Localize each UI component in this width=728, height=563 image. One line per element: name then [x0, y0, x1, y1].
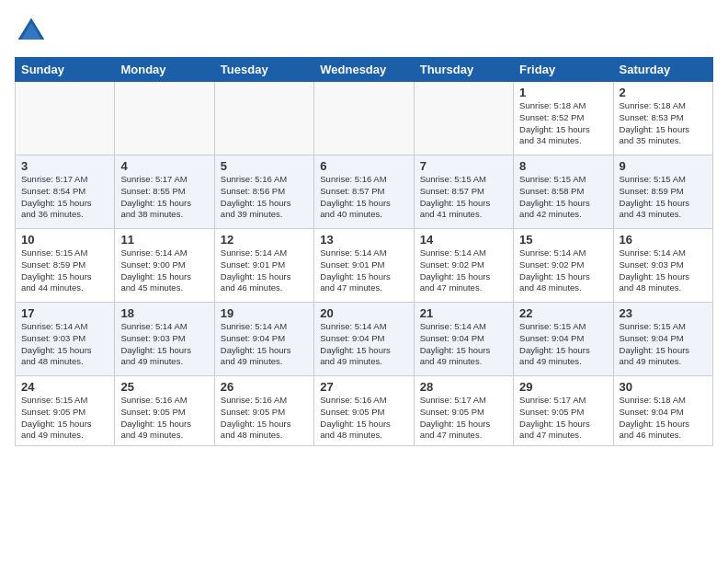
day-info: Sunrise: 5:15 AMSunset: 8:59 PMDaylight:… — [21, 247, 108, 294]
calendar-header-row: SundayMondayTuesdayWednesdayThursdayFrid… — [16, 58, 713, 82]
day-info: Sunrise: 5:16 AMSunset: 8:56 PMDaylight:… — [221, 174, 308, 221]
calendar-week-row: 10Sunrise: 5:15 AMSunset: 8:59 PMDayligh… — [16, 229, 713, 303]
day-number: 30 — [620, 380, 707, 394]
calendar-cell: 28Sunrise: 5:17 AMSunset: 9:05 PMDayligh… — [414, 376, 513, 446]
day-info: Sunrise: 5:18 AMSunset: 8:53 PMDaylight:… — [620, 100, 707, 147]
calendar-cell: 19Sunrise: 5:14 AMSunset: 9:04 PMDayligh… — [214, 303, 313, 376]
calendar-cell: 11Sunrise: 5:14 AMSunset: 9:00 PMDayligh… — [115, 229, 214, 303]
day-number: 20 — [320, 306, 407, 320]
day-number: 10 — [21, 233, 108, 247]
page-header — [15, 15, 713, 48]
day-info: Sunrise: 5:14 AMSunset: 9:02 PMDaylight:… — [420, 247, 507, 294]
day-info: Sunrise: 5:15 AMSunset: 9:04 PMDaylight:… — [620, 321, 707, 368]
day-info: Sunrise: 5:15 AMSunset: 8:57 PMDaylight:… — [420, 174, 507, 221]
day-number: 22 — [519, 306, 607, 320]
calendar-cell: 25Sunrise: 5:16 AMSunset: 9:05 PMDayligh… — [115, 376, 214, 446]
calendar-cell: 20Sunrise: 5:14 AMSunset: 9:04 PMDayligh… — [314, 303, 414, 376]
calendar-weekday-header: Sunday — [16, 58, 115, 82]
day-info: Sunrise: 5:14 AMSunset: 9:01 PMDaylight:… — [320, 247, 407, 294]
day-number: 25 — [120, 380, 208, 394]
day-info: Sunrise: 5:14 AMSunset: 9:00 PMDaylight:… — [120, 247, 208, 294]
day-number: 4 — [120, 159, 208, 173]
day-info: Sunrise: 5:17 AMSunset: 9:05 PMDaylight:… — [519, 395, 607, 442]
day-number: 17 — [21, 306, 108, 320]
day-info: Sunrise: 5:16 AMSunset: 9:05 PMDaylight:… — [320, 395, 407, 442]
calendar-cell: 22Sunrise: 5:15 AMSunset: 9:04 PMDayligh… — [514, 303, 613, 376]
day-number: 13 — [320, 233, 407, 247]
day-info: Sunrise: 5:14 AMSunset: 9:03 PMDaylight:… — [120, 321, 208, 368]
calendar-cell: 18Sunrise: 5:14 AMSunset: 9:03 PMDayligh… — [115, 303, 214, 376]
calendar-cell: 24Sunrise: 5:15 AMSunset: 9:05 PMDayligh… — [16, 376, 115, 446]
day-info: Sunrise: 5:15 AMSunset: 9:05 PMDaylight:… — [21, 395, 108, 442]
calendar-weekday-header: Saturday — [613, 58, 712, 82]
day-number: 23 — [620, 306, 707, 320]
day-info: Sunrise: 5:14 AMSunset: 9:03 PMDaylight:… — [21, 321, 108, 368]
calendar-week-row: 1Sunrise: 5:18 AMSunset: 8:52 PMDaylight… — [16, 82, 713, 155]
calendar-cell — [214, 82, 313, 155]
calendar-cell: 29Sunrise: 5:17 AMSunset: 9:05 PMDayligh… — [514, 376, 613, 446]
calendar-cell: 17Sunrise: 5:14 AMSunset: 9:03 PMDayligh… — [16, 303, 115, 376]
day-number: 16 — [620, 233, 707, 247]
day-number: 21 — [420, 306, 507, 320]
calendar-week-row: 24Sunrise: 5:15 AMSunset: 9:05 PMDayligh… — [16, 376, 713, 446]
day-number: 1 — [519, 86, 607, 99]
calendar-cell — [16, 82, 115, 155]
logo — [15, 15, 53, 48]
day-number: 3 — [21, 159, 108, 173]
day-number: 6 — [320, 159, 407, 173]
day-info: Sunrise: 5:15 AMSunset: 8:59 PMDaylight:… — [620, 174, 707, 221]
calendar-week-row: 17Sunrise: 5:14 AMSunset: 9:03 PMDayligh… — [16, 303, 713, 376]
day-info: Sunrise: 5:14 AMSunset: 9:04 PMDaylight:… — [420, 321, 507, 368]
calendar-cell: 9Sunrise: 5:15 AMSunset: 8:59 PMDaylight… — [613, 155, 712, 229]
day-info: Sunrise: 5:18 AMSunset: 9:04 PMDaylight:… — [620, 395, 707, 442]
day-number: 15 — [519, 233, 607, 247]
day-number: 5 — [221, 159, 308, 173]
calendar-weekday-header: Wednesday — [314, 58, 414, 82]
day-info: Sunrise: 5:17 AMSunset: 8:55 PMDaylight:… — [120, 174, 208, 221]
day-number: 9 — [620, 159, 707, 173]
calendar-cell — [115, 82, 214, 155]
day-number: 27 — [320, 380, 407, 394]
calendar-cell: 3Sunrise: 5:17 AMSunset: 8:54 PMDaylight… — [16, 155, 115, 229]
calendar-cell: 21Sunrise: 5:14 AMSunset: 9:04 PMDayligh… — [414, 303, 513, 376]
day-info: Sunrise: 5:14 AMSunset: 9:04 PMDaylight:… — [221, 321, 308, 368]
calendar-cell: 5Sunrise: 5:16 AMSunset: 8:56 PMDaylight… — [214, 155, 313, 229]
day-number: 18 — [120, 306, 208, 320]
calendar-cell — [414, 82, 513, 155]
calendar-cell: 8Sunrise: 5:15 AMSunset: 8:58 PMDaylight… — [514, 155, 613, 229]
day-number: 8 — [519, 159, 607, 173]
day-number: 26 — [221, 380, 308, 394]
day-number: 2 — [620, 86, 707, 99]
calendar-weekday-header: Tuesday — [214, 58, 313, 82]
day-number: 24 — [21, 380, 108, 394]
calendar-cell: 7Sunrise: 5:15 AMSunset: 8:57 PMDaylight… — [414, 155, 513, 229]
calendar-cell: 14Sunrise: 5:14 AMSunset: 9:02 PMDayligh… — [414, 229, 513, 303]
day-info: Sunrise: 5:15 AMSunset: 8:58 PMDaylight:… — [519, 174, 607, 221]
day-number: 12 — [221, 233, 308, 247]
calendar-cell: 13Sunrise: 5:14 AMSunset: 9:01 PMDayligh… — [314, 229, 414, 303]
calendar-weekday-header: Friday — [514, 58, 613, 82]
day-number: 14 — [420, 233, 507, 247]
day-info: Sunrise: 5:18 AMSunset: 8:52 PMDaylight:… — [519, 100, 607, 147]
calendar-cell: 27Sunrise: 5:16 AMSunset: 9:05 PMDayligh… — [314, 376, 414, 446]
calendar-cell: 30Sunrise: 5:18 AMSunset: 9:04 PMDayligh… — [613, 376, 712, 446]
calendar-weekday-header: Monday — [115, 58, 214, 82]
day-info: Sunrise: 5:17 AMSunset: 9:05 PMDaylight:… — [420, 395, 507, 442]
day-info: Sunrise: 5:16 AMSunset: 9:05 PMDaylight:… — [221, 395, 308, 442]
day-info: Sunrise: 5:17 AMSunset: 8:54 PMDaylight:… — [21, 174, 108, 221]
calendar-cell: 10Sunrise: 5:15 AMSunset: 8:59 PMDayligh… — [16, 229, 115, 303]
calendar-cell: 26Sunrise: 5:16 AMSunset: 9:05 PMDayligh… — [214, 376, 313, 446]
day-number: 28 — [420, 380, 507, 394]
day-info: Sunrise: 5:14 AMSunset: 9:01 PMDaylight:… — [221, 247, 308, 294]
calendar-cell: 23Sunrise: 5:15 AMSunset: 9:04 PMDayligh… — [613, 303, 712, 376]
day-info: Sunrise: 5:14 AMSunset: 9:04 PMDaylight:… — [320, 321, 407, 368]
calendar-week-row: 3Sunrise: 5:17 AMSunset: 8:54 PMDaylight… — [16, 155, 713, 229]
day-info: Sunrise: 5:14 AMSunset: 9:03 PMDaylight:… — [620, 247, 707, 294]
day-info: Sunrise: 5:16 AMSunset: 9:05 PMDaylight:… — [120, 395, 208, 442]
calendar-cell: 6Sunrise: 5:16 AMSunset: 8:57 PMDaylight… — [314, 155, 414, 229]
calendar-weekday-header: Thursday — [414, 58, 513, 82]
day-info: Sunrise: 5:16 AMSunset: 8:57 PMDaylight:… — [320, 174, 407, 221]
calendar-cell: 12Sunrise: 5:14 AMSunset: 9:01 PMDayligh… — [214, 229, 313, 303]
calendar-cell — [314, 82, 414, 155]
logo-icon — [15, 15, 48, 48]
